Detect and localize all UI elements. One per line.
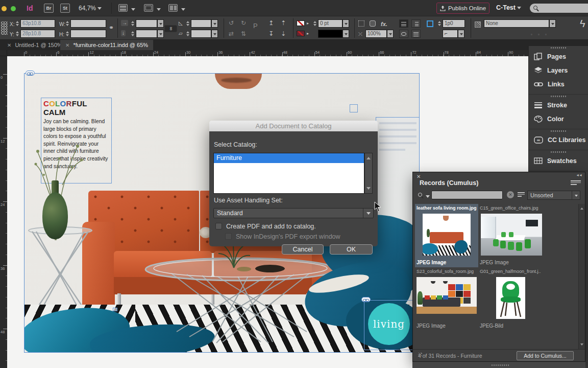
record-thumbnail[interactable]	[423, 214, 471, 256]
stroke-weight-stepper[interactable]	[312, 19, 317, 28]
record-item[interactable]: G01_green_halfmoon_front.j... JPEG-Bild	[478, 267, 542, 331]
empty-frame[interactable]	[350, 104, 358, 112]
search-icon[interactable]	[418, 193, 422, 197]
asset-handling-dropdown[interactable]: Standard	[213, 208, 374, 218]
corner-shape-field[interactable]: ⌐	[443, 30, 458, 38]
collapse-panel-icon[interactable]: ◄◄	[576, 173, 582, 177]
stroke-type-dropdown[interactable]	[342, 30, 349, 38]
sort-dropdown[interactable]: Unsorted	[527, 191, 580, 200]
drop-shadow-icon[interactable]	[370, 20, 376, 27]
textwrap-none-icon[interactable]	[399, 19, 408, 28]
link-scale-icon[interactable]: ∞	[165, 26, 177, 32]
align-bottom-icon[interactable]: ↧	[268, 31, 274, 37]
h-stepper[interactable]	[65, 30, 69, 38]
quick-apply-icon[interactable]: ▫	[531, 32, 532, 38]
resize-grip[interactable]	[418, 353, 422, 357]
record-item[interactable]: leather sofa living room.jpg JPEG Image	[415, 204, 478, 267]
fill-flyout-icon[interactable]: ▸	[307, 20, 309, 27]
scale-y-stepper[interactable]	[130, 30, 135, 38]
gap-stepper[interactable]	[437, 19, 442, 28]
tab-furniture-color11[interactable]: ✕*furniture-color11.indd @ 65%	[60, 40, 153, 50]
records-search-input[interactable]	[431, 191, 503, 199]
shear-dropdown[interactable]	[211, 30, 218, 38]
scale-y-field[interactable]	[136, 30, 157, 38]
view-options-icon[interactable]	[118, 4, 128, 12]
shear-stepper[interactable]	[185, 30, 190, 38]
panel-pages[interactable]: Pages	[529, 50, 588, 63]
object-style-field[interactable]: None	[484, 19, 549, 28]
scroll-down-icon[interactable]	[366, 187, 371, 192]
minimize-button[interactable]	[2, 6, 7, 11]
textwrap-bounding-icon[interactable]	[411, 19, 421, 28]
scroll-down-icon[interactable]	[580, 343, 583, 347]
records-scrollbar[interactable]	[578, 204, 585, 349]
panel-group-handle[interactable]	[529, 95, 588, 98]
catalog-item[interactable]: Furniture	[214, 153, 364, 163]
gap-field[interactable]: 1p0	[443, 19, 465, 28]
zoom-level-dropdown[interactable]: 64,7%	[79, 5, 102, 12]
publish-online-button[interactable]: Publish Online	[436, 3, 489, 14]
clear-search-icon[interactable]: ✕	[507, 191, 514, 198]
ok-button[interactable]: OK	[330, 244, 373, 255]
shear-field[interactable]	[191, 30, 211, 38]
distribute-up-icon[interactable]: ⇡	[281, 20, 286, 26]
textwrap-jump-icon[interactable]	[411, 30, 421, 38]
stroke-type-swatch[interactable]	[318, 30, 342, 38]
scroll-up-icon[interactable]	[366, 155, 371, 159]
stroke-flyout-icon[interactable]: ▸	[307, 31, 309, 37]
stroke-swatch-none[interactable]	[297, 31, 305, 36]
panel-group-handle[interactable]	[529, 150, 588, 154]
scale-x-stepper[interactable]	[130, 19, 135, 28]
opacity-flyout[interactable]	[387, 30, 394, 38]
panel-color[interactable]: Color	[529, 112, 588, 126]
arrange-documents-icon[interactable]	[168, 4, 178, 12]
rotation-field[interactable]	[191, 19, 211, 28]
scale-x-dropdown[interactable]	[157, 19, 164, 28]
scale-y-dropdown[interactable]	[157, 30, 164, 38]
panel-layers[interactable]: Layers	[529, 63, 588, 77]
opacity-field[interactable]: 100%	[365, 30, 387, 38]
stroke-weight-field[interactable]: 0 pt	[318, 19, 342, 28]
close-icon[interactable]: ✕	[416, 174, 421, 179]
record-thumbnail[interactable]	[481, 214, 542, 256]
y-stepper[interactable]	[15, 30, 19, 38]
constrain-proportions-icon[interactable]: ⚭	[109, 25, 114, 31]
workspace-switcher[interactable]: C-Test	[496, 4, 521, 11]
rotate-cw-icon[interactable]: ↻	[241, 20, 246, 26]
filter-icon[interactable]	[518, 191, 525, 197]
rotation-stepper[interactable]	[185, 19, 190, 28]
search-input[interactable]	[530, 4, 588, 13]
clear-overrides-icon[interactable]: ▫	[545, 32, 547, 38]
width-field[interactable]	[70, 19, 106, 28]
living-badge-frame[interactable]: living	[364, 300, 413, 350]
chevron-down-icon[interactable]	[157, 8, 161, 13]
frame-fitting-icon[interactable]	[427, 20, 433, 27]
stock-button[interactable]: St	[60, 4, 70, 13]
close-icon[interactable]: ✕	[65, 42, 69, 48]
panel-cc-libraries[interactable]: ∞ CC Libraries	[529, 133, 588, 147]
flip-vertical-icon[interactable]: ⇅	[241, 31, 246, 37]
w-stepper[interactable]	[65, 19, 69, 28]
close-icon[interactable]: ✕	[7, 42, 11, 48]
create-pdf-checkbox[interactable]	[215, 223, 222, 229]
record-item[interactable]: S23_colorful_sofa_room.jpg	[415, 267, 478, 331]
catalog-list[interactable]: Furniture	[213, 153, 364, 194]
x-stepper[interactable]	[15, 19, 19, 28]
effects-icon[interactable]: fx.	[381, 21, 387, 27]
cancel-button[interactable]: Cancel	[282, 244, 324, 255]
y-position-field[interactable]: 28p10.8	[20, 30, 55, 38]
object-style-dropdown[interactable]	[549, 19, 556, 28]
record-thumbnail[interactable]	[416, 277, 477, 314]
record-item[interactable]: C15_green_office_chairs.jpg JPEG Image	[478, 204, 542, 267]
panel-stroke[interactable]: Stroke	[529, 98, 588, 112]
stroke-weight-dropdown[interactable]	[342, 19, 349, 28]
rotate-ccw-icon[interactable]: ↺	[229, 20, 234, 26]
catalog-scrollbar[interactable]	[364, 153, 373, 194]
rotation-dropdown[interactable]	[211, 19, 218, 28]
panel-group-handle[interactable]	[529, 129, 588, 133]
scroll-up-icon[interactable]	[580, 206, 583, 210]
flip-horizontal-icon[interactable]: ⇄	[229, 31, 234, 37]
panel-links[interactable]: Links	[529, 77, 588, 91]
corner-options-icon[interactable]	[358, 20, 364, 27]
textwrap-object-icon[interactable]	[399, 30, 408, 38]
